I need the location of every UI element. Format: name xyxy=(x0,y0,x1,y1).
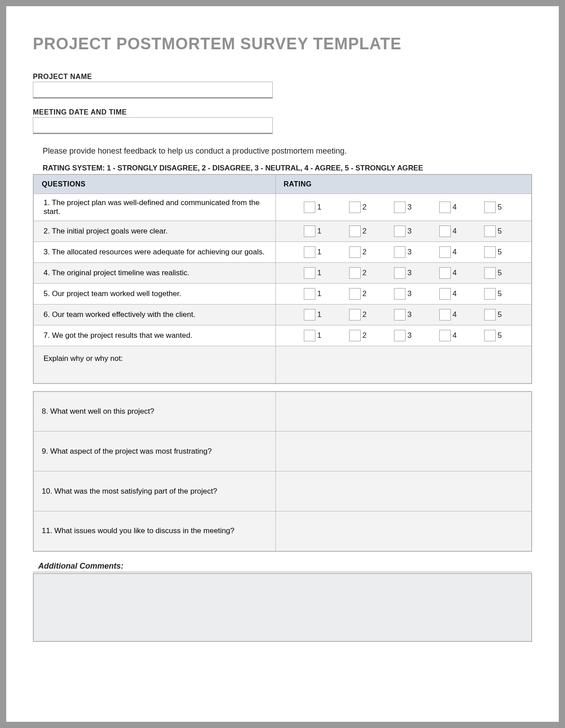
rating-cell: 12345 xyxy=(275,263,532,284)
rating-checkbox[interactable] xyxy=(394,309,406,320)
table-row: 2. The initial project goals were clear.… xyxy=(33,221,532,242)
rating-checkbox[interactable] xyxy=(349,202,361,213)
rating-option: 4 xyxy=(439,226,458,237)
rating-option: 1 xyxy=(304,202,322,213)
rating-option: 3 xyxy=(394,226,413,237)
additional-comments-input[interactable] xyxy=(33,573,532,642)
rating-option: 5 xyxy=(484,246,503,258)
rating-option: 3 xyxy=(394,246,413,258)
rating-number: 4 xyxy=(453,289,458,298)
rating-checkbox[interactable] xyxy=(304,246,315,258)
explain-input-cell[interactable] xyxy=(275,346,532,384)
rating-number: 2 xyxy=(362,331,368,340)
rating-checkbox[interactable] xyxy=(484,246,496,258)
rating-number: 5 xyxy=(497,331,503,340)
document-page: PROJECT POSTMORTEM SURVEY TEMPLATE PROJE… xyxy=(0,0,565,728)
rating-checkbox[interactable] xyxy=(394,246,406,258)
rating-option: 1 xyxy=(304,288,322,300)
rating-option: 2 xyxy=(349,288,368,300)
intro-text: Please provide honest feedback to help u… xyxy=(43,146,532,156)
rating-checkbox[interactable] xyxy=(439,330,451,341)
rating-checkbox[interactable] xyxy=(484,226,496,237)
rating-cell: 12345 xyxy=(275,305,532,325)
rating-option: 4 xyxy=(439,330,458,341)
table-row: 7. We got the project results that we wa… xyxy=(33,325,532,346)
rating-option: 1 xyxy=(304,226,322,237)
rating-number: 1 xyxy=(317,289,322,298)
question-text: 1. The project plan was well-defined and… xyxy=(33,194,275,221)
rating-checkbox[interactable] xyxy=(304,309,315,320)
rating-option: 1 xyxy=(304,309,322,320)
header-questions: QUESTIONS xyxy=(33,174,275,194)
rating-checkbox[interactable] xyxy=(349,330,361,341)
rating-checkbox[interactable] xyxy=(349,288,361,300)
rating-number: 3 xyxy=(407,331,413,340)
rating-number: 2 xyxy=(362,269,368,277)
rating-number: 3 xyxy=(407,203,413,212)
rating-checkbox[interactable] xyxy=(484,309,496,320)
rating-checkbox[interactable] xyxy=(349,246,361,258)
rating-checkbox[interactable] xyxy=(439,267,451,279)
rating-checkbox[interactable] xyxy=(439,202,451,213)
open-question-text: 10. What was the most satisfying part of… xyxy=(33,471,275,511)
rating-cell: 12345 xyxy=(275,242,532,263)
rating-option: 5 xyxy=(484,267,503,279)
rating-option: 5 xyxy=(484,330,503,341)
rating-checkbox[interactable] xyxy=(304,226,315,237)
rating-checkbox[interactable] xyxy=(484,202,496,213)
rating-checkbox[interactable] xyxy=(484,330,496,341)
rating-checkbox[interactable] xyxy=(349,226,361,237)
rating-option: 2 xyxy=(349,267,368,279)
question-text: 7. We got the project results that we wa… xyxy=(33,325,275,346)
rating-checkbox[interactable] xyxy=(394,202,406,213)
rating-number: 4 xyxy=(453,248,458,257)
table-row: 8. What went well on this project? xyxy=(33,392,532,431)
rating-number: 2 xyxy=(362,248,368,257)
rating-cell: 12345 xyxy=(275,194,532,221)
rating-option: 3 xyxy=(394,330,413,341)
open-answer-cell[interactable] xyxy=(275,392,532,431)
rating-number: 4 xyxy=(453,203,458,212)
rating-number: 5 xyxy=(497,203,503,212)
rating-option: 2 xyxy=(349,309,368,320)
rating-option: 4 xyxy=(439,246,458,258)
rating-number: 3 xyxy=(407,289,413,298)
rating-number: 3 xyxy=(407,269,413,277)
rating-checkbox[interactable] xyxy=(439,309,451,320)
rating-number: 1 xyxy=(317,310,322,319)
rating-number: 1 xyxy=(317,203,322,212)
rating-number: 2 xyxy=(362,227,368,236)
table-row: 5. Our project team worked well together… xyxy=(33,284,532,305)
rating-checkbox[interactable] xyxy=(304,288,315,300)
project-name-label: PROJECT NAME xyxy=(33,73,532,81)
rating-checkbox[interactable] xyxy=(304,202,315,213)
rating-checkbox[interactable] xyxy=(439,288,451,300)
rating-checkbox[interactable] xyxy=(484,267,496,279)
header-rating: RATING xyxy=(275,174,532,194)
open-answer-cell[interactable] xyxy=(275,431,532,471)
rating-checkbox[interactable] xyxy=(394,330,406,341)
question-text: 3. The allocated resources were adequate… xyxy=(33,242,275,263)
rating-checkbox[interactable] xyxy=(349,309,361,320)
rating-checkbox[interactable] xyxy=(394,267,406,279)
rating-checkbox[interactable] xyxy=(439,246,451,258)
open-answer-cell[interactable] xyxy=(275,511,532,551)
meeting-datetime-input[interactable] xyxy=(33,117,273,134)
rating-checkbox[interactable] xyxy=(439,226,451,237)
rating-checkbox[interactable] xyxy=(304,267,315,279)
project-name-input[interactable] xyxy=(33,82,273,99)
rating-cell: 12345 xyxy=(275,221,532,242)
open-answer-cell[interactable] xyxy=(275,471,532,511)
rating-checkbox[interactable] xyxy=(394,226,406,237)
rating-checkbox[interactable] xyxy=(394,288,406,300)
page-title: PROJECT POSTMORTEM SURVEY TEMPLATE xyxy=(33,35,532,53)
table-row: 4. The original project timeline was rea… xyxy=(33,263,532,284)
rating-checkbox[interactable] xyxy=(484,288,496,300)
rating-cell: 12345 xyxy=(275,325,532,346)
question-text: 2. The initial project goals were clear. xyxy=(33,221,275,242)
rating-number: 1 xyxy=(317,248,322,257)
rating-checkbox[interactable] xyxy=(349,267,361,279)
rating-number: 3 xyxy=(407,248,413,257)
rating-checkbox[interactable] xyxy=(304,330,315,341)
rating-number: 1 xyxy=(317,269,322,277)
